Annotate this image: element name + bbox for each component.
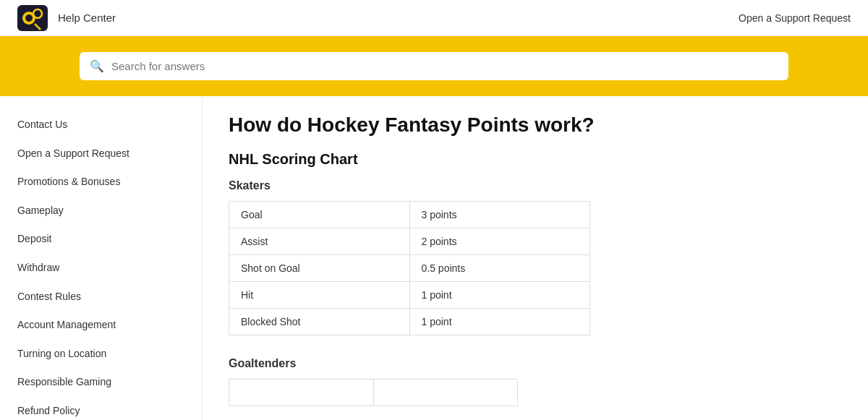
table-row bbox=[229, 380, 518, 406]
main-content: How do Hockey Fantasy Points work? NHL S… bbox=[203, 96, 868, 420]
page-title: How do Hockey Fantasy Points work? bbox=[229, 113, 842, 137]
skater-action-2: Shot on Goal bbox=[229, 255, 410, 282]
skater-points-1: 2 points bbox=[409, 228, 590, 255]
sidebar-item-contest-rules[interactable]: Contest Rules bbox=[0, 283, 202, 312]
sidebar-item-turning-on-location[interactable]: Turning on Location bbox=[0, 340, 202, 369]
table-row: Hit 1 point bbox=[229, 282, 590, 309]
skater-points-4: 1 point bbox=[409, 309, 590, 335]
skaters-label: Skaters bbox=[229, 179, 842, 192]
open-support-link[interactable]: Open a Support Request bbox=[739, 12, 851, 24]
sidebar-item-withdraw[interactable]: Withdraw bbox=[0, 254, 202, 283]
table-row: Shot on Goal 0.5 points bbox=[229, 255, 590, 282]
sidebar-item-deposit[interactable]: Deposit bbox=[0, 225, 202, 254]
sidebar-item-contact-us[interactable]: Contact Us bbox=[0, 111, 202, 140]
scoring-chart-title: NHL Scoring Chart bbox=[229, 151, 842, 168]
header-left: Help Center bbox=[17, 5, 116, 31]
skater-points-0: 3 points bbox=[409, 202, 590, 228]
skater-action-4: Blocked Shot bbox=[229, 309, 410, 335]
skater-action-3: Hit bbox=[229, 282, 410, 309]
search-icon: 🔍 bbox=[90, 59, 104, 73]
sidebar-item-account-management[interactable]: Account Management bbox=[0, 311, 202, 340]
logo-icon bbox=[17, 5, 48, 31]
goaltenders-label: Goaltenders bbox=[229, 357, 842, 370]
skater-points-3: 1 point bbox=[409, 282, 590, 309]
skater-points-2: 0.5 points bbox=[409, 255, 590, 282]
sidebar-item-open-support[interactable]: Open a Support Request bbox=[0, 140, 202, 168]
sidebar-item-refund-policy[interactable]: Refund Policy bbox=[0, 397, 202, 420]
skater-action-0: Goal bbox=[229, 202, 410, 228]
table-row: Goal 3 points bbox=[229, 202, 590, 228]
search-input[interactable] bbox=[111, 60, 778, 72]
goaltenders-section: Goaltenders bbox=[229, 357, 842, 406]
skater-action-1: Assist bbox=[229, 228, 410, 255]
help-center-label: Help Center bbox=[58, 12, 116, 24]
goaltender-cell-empty2 bbox=[373, 380, 518, 406]
sidebar-item-promotions-bonuses[interactable]: Promotions & Bonuses bbox=[0, 168, 202, 197]
svg-point-2 bbox=[25, 14, 33, 22]
goaltender-cell-empty1 bbox=[229, 380, 374, 406]
sidebar-item-gameplay[interactable]: Gameplay bbox=[0, 197, 202, 226]
sidebar-item-responsible-gaming[interactable]: Responsible Gaming bbox=[0, 368, 202, 397]
table-row: Blocked Shot 1 point bbox=[229, 309, 590, 335]
table-row: Assist 2 points bbox=[229, 228, 590, 255]
header: Help Center Open a Support Request bbox=[0, 0, 868, 36]
search-bar-wrapper: 🔍 bbox=[0, 36, 868, 96]
sidebar: Contact Us Open a Support Request Promot… bbox=[0, 96, 203, 420]
layout: Contact Us Open a Support Request Promot… bbox=[0, 96, 868, 420]
search-bar: 🔍 bbox=[80, 52, 788, 80]
skaters-table: Goal 3 points Assist 2 points Shot on Go… bbox=[229, 201, 590, 335]
goaltenders-table bbox=[229, 379, 518, 406]
